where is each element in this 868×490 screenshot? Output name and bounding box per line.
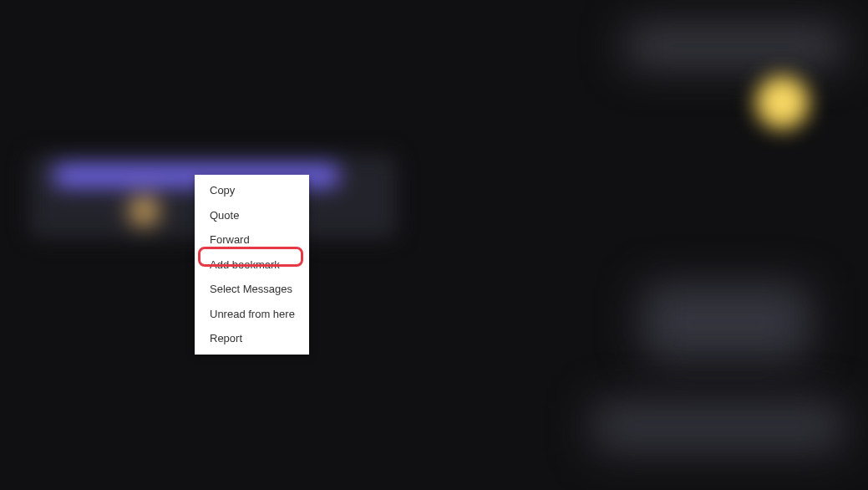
menu-item-select-messages[interactable]: Select Messages	[195, 277, 309, 302]
message-context-menu: Copy Quote Forward Add bookmark Select M…	[195, 175, 309, 355]
menu-item-unread-from-here[interactable]: Unread from here	[195, 302, 309, 327]
blurred-avatar	[755, 75, 810, 130]
blurred-chat-bubble-bottom	[592, 401, 843, 452]
menu-item-forward[interactable]: Forward	[195, 227, 309, 253]
blurred-chat-bubble-mid	[642, 284, 810, 360]
menu-item-copy[interactable]: Copy	[195, 178, 309, 203]
blurred-chat-bubble-top	[626, 25, 843, 67]
menu-item-quote[interactable]: Quote	[195, 203, 309, 228]
menu-item-add-bookmark[interactable]: Add bookmark	[195, 253, 309, 278]
menu-item-report[interactable]: Report	[195, 326, 309, 351]
